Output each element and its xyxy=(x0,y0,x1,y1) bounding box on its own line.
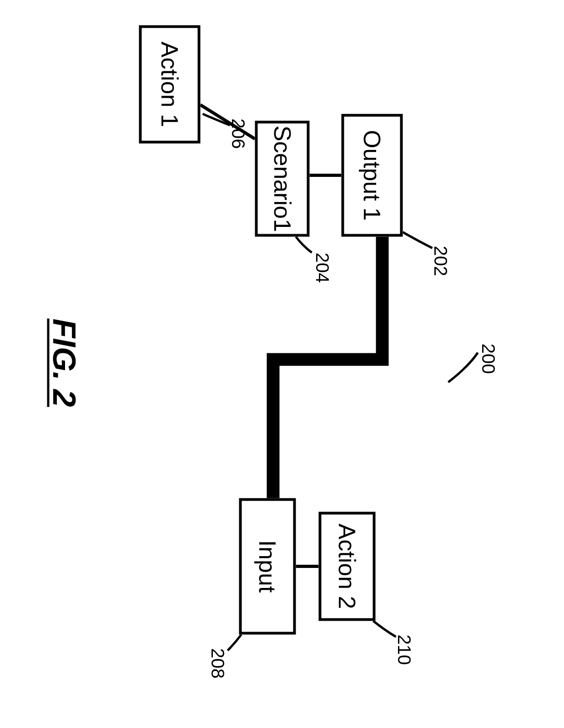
block-label: Input xyxy=(254,540,281,592)
block-label: Scenario1 xyxy=(268,125,296,231)
block-input: Input xyxy=(239,498,296,634)
ref-action-1: 206 xyxy=(227,118,248,149)
block-action-2: Action 2 xyxy=(318,512,375,621)
block-scenario-1: Scenario1 xyxy=(255,120,309,236)
diagram-stage: Output 1 Scenario1 Action 1 Action 2 Inp… xyxy=(0,0,564,728)
block-label: Output 1 xyxy=(358,130,386,220)
ref-figure: 200 xyxy=(478,343,498,374)
ref-output-1: 202 xyxy=(430,246,450,276)
block-label: Action 1 xyxy=(156,41,183,127)
block-output-1: Output 1 xyxy=(341,114,403,236)
diagram-canvas: Output 1 Scenario1 Action 1 Action 2 Inp… xyxy=(0,0,564,728)
block-action-1: Action 1 xyxy=(139,25,200,143)
ref-action-2: 210 xyxy=(393,634,414,665)
ref-scenario-1: 204 xyxy=(312,252,332,283)
figure-caption: FIG. 2 xyxy=(45,318,82,407)
ref-input: 208 xyxy=(207,648,227,678)
block-label: Action 2 xyxy=(333,523,361,609)
